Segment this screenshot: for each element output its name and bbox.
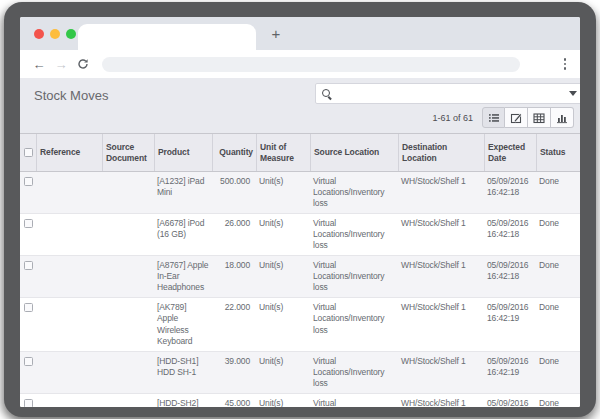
- cell-expected-date: 05/09/201616:42:18: [484, 214, 536, 255]
- search-input[interactable]: [333, 88, 564, 99]
- bar-chart-icon: [556, 112, 568, 124]
- select-all-checkbox[interactable]: [24, 148, 33, 157]
- cell-quantity: 26.000: [212, 214, 256, 255]
- cell-source-location: Virtual Locations/Inventory loss: [310, 256, 398, 297]
- table-row[interactable]: [A8767] Apple In-Ear Headphones18.000Uni…: [20, 256, 580, 298]
- cell-destination-location: WH/Stock/Shelf 1: [398, 172, 484, 213]
- column-header-source-document[interactable]: Source Document: [102, 134, 154, 171]
- column-header-unit-of-measure[interactable]: Unit of Measure: [256, 134, 310, 171]
- cell-expected-date: 05/09/201616:42:19: [484, 394, 536, 407]
- traffic-lights: [34, 17, 76, 50]
- cell-uom: Unit(s): [256, 298, 310, 350]
- cell-destination-location: WH/Stock/Shelf 1: [398, 298, 484, 350]
- back-icon[interactable]: ←: [28, 57, 50, 72]
- record-range-label: 1-61 of 61: [432, 113, 473, 123]
- cell-expected-date: 05/09/201616:42:19: [484, 352, 536, 393]
- column-header-product[interactable]: Product: [154, 134, 212, 171]
- search-box[interactable]: [315, 83, 580, 104]
- column-header-expected-date[interactable]: Expected Date: [484, 134, 536, 171]
- search-icon: [321, 88, 333, 100]
- cell-reference: [36, 214, 102, 255]
- cell-product: [A8767] Apple In-Ear Headphones: [154, 256, 212, 297]
- cell-quantity: 18.000: [212, 256, 256, 297]
- cell-product: [HDD-SH1] HDD SH-1: [154, 352, 212, 393]
- table-body: [A1232] iPad Mini500.000Unit(s)Virtual L…: [20, 172, 580, 407]
- cell-expected-date: 05/09/201616:42:19: [484, 298, 536, 350]
- table-row[interactable]: [AK789] Apple Wireless Keyboard22.000Uni…: [20, 298, 580, 351]
- column-header-status[interactable]: Status: [536, 134, 580, 171]
- cell-product: [A6678] iPod (16 GB): [154, 214, 212, 255]
- close-window-button[interactable]: [34, 29, 44, 39]
- list-view-button[interactable]: [482, 107, 505, 128]
- cell-source-document: [102, 256, 154, 297]
- row-checkbox[interactable]: [24, 303, 33, 312]
- date-line: 05/09/2016: [487, 302, 533, 313]
- column-label: Source Location: [314, 147, 379, 158]
- browser-toolbar: ← →: [20, 50, 580, 78]
- cell-reference: [36, 394, 102, 407]
- row-checkbox-cell: [20, 214, 36, 255]
- pager-row: 1-61 of 61: [432, 107, 574, 128]
- chart-view-button[interactable]: [551, 107, 574, 128]
- date-line: 05/09/2016: [487, 398, 533, 407]
- reload-icon[interactable]: [72, 58, 94, 70]
- cell-product: [A1232] iPad Mini: [154, 172, 212, 213]
- column-header-quantity[interactable]: Quantity: [212, 134, 256, 171]
- time-line: 16:42:18: [487, 271, 533, 282]
- cell-destination-location: WH/Stock/Shelf 1: [398, 352, 484, 393]
- cell-source-location: Virtual Locations/Inventory loss: [310, 352, 398, 393]
- column-label: Destination Location: [402, 142, 481, 163]
- table-header-row: ReferenceSource DocumentProductQuantityU…: [20, 133, 580, 172]
- date-line: 05/09/2016: [487, 218, 533, 229]
- cell-quantity: 39.000: [212, 352, 256, 393]
- row-checkbox[interactable]: [24, 177, 33, 186]
- address-bar[interactable]: [102, 57, 520, 72]
- cell-product: [AK789] Apple Wireless Keyboard: [154, 298, 212, 350]
- cell-reference: [36, 172, 102, 213]
- cell-uom: Unit(s): [256, 256, 310, 297]
- new-tab-button[interactable]: +: [264, 17, 288, 50]
- stock-moves-table: ReferenceSource DocumentProductQuantityU…: [20, 133, 580, 407]
- chevron-down-icon: [569, 91, 577, 96]
- column-header-reference[interactable]: Reference: [36, 134, 102, 171]
- cell-uom: Unit(s): [256, 394, 310, 407]
- time-line: 16:42:18: [487, 229, 533, 240]
- row-checkbox[interactable]: [24, 219, 33, 228]
- column-header-destination-location[interactable]: Destination Location: [398, 134, 484, 171]
- minimize-window-button[interactable]: [50, 29, 60, 39]
- row-checkbox[interactable]: [24, 399, 33, 407]
- table-row[interactable]: [A6678] iPod (16 GB)26.000Unit(s)Virtual…: [20, 214, 580, 256]
- table-row[interactable]: [HDD-SH2] HDD SH-245.000Unit(s)Virtual L…: [20, 394, 580, 407]
- cell-status: Done: [536, 394, 580, 407]
- form-view-button[interactable]: [505, 107, 528, 128]
- cell-uom: Unit(s): [256, 214, 310, 255]
- cell-source-location: Virtual Locations/Inventory loss: [310, 298, 398, 350]
- table-row[interactable]: [HDD-SH1] HDD SH-139.000Unit(s)Virtual L…: [20, 352, 580, 394]
- browser-tab[interactable]: [78, 24, 256, 50]
- zoom-window-button[interactable]: [66, 29, 76, 39]
- cell-source-location: Virtual Locations/Inventory loss: [310, 172, 398, 213]
- column-label: Quantity: [219, 147, 253, 158]
- browser-menu-icon[interactable]: [564, 58, 567, 70]
- table-row[interactable]: [A1232] iPad Mini500.000Unit(s)Virtual L…: [20, 172, 580, 214]
- cell-status: Done: [536, 298, 580, 350]
- time-line: 16:42:18: [487, 187, 533, 198]
- select-all-header-cell[interactable]: [20, 134, 36, 171]
- grid-view-button[interactable]: [528, 107, 551, 128]
- cell-reference: [36, 352, 102, 393]
- page-title: Stock Moves: [34, 88, 108, 103]
- column-header-source-location[interactable]: Source Location: [310, 134, 398, 171]
- cell-source-document: [102, 298, 154, 350]
- search-filter-dropdown[interactable]: [564, 84, 580, 103]
- row-checkbox-cell: [20, 172, 36, 213]
- cell-source-document: [102, 394, 154, 407]
- date-line: 05/09/2016: [487, 356, 533, 367]
- forward-icon: →: [50, 57, 72, 72]
- cell-status: Done: [536, 352, 580, 393]
- row-checkbox[interactable]: [24, 261, 33, 270]
- browser-tab-strip: +: [20, 17, 580, 50]
- window-frame: + ← → Stock Moves: [4, 2, 596, 417]
- row-checkbox[interactable]: [24, 357, 33, 366]
- row-checkbox-cell: [20, 352, 36, 393]
- column-label: Status: [540, 147, 565, 158]
